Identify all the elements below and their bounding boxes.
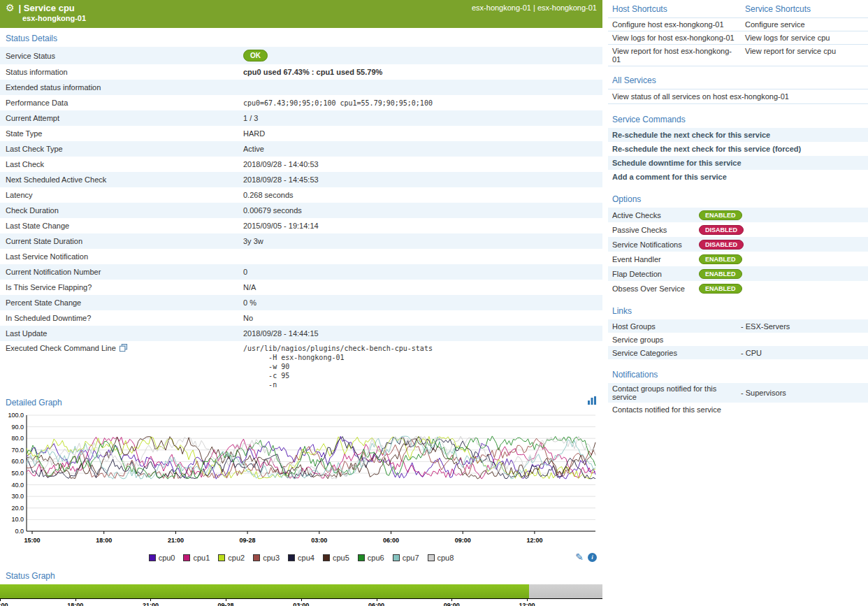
service-command-link[interactable]: Add a comment for this service [608,170,868,184]
option-row: Flap DetectionENABLED [608,266,868,281]
legend-swatch-cpu2 [218,554,225,561]
kv-label: Contacts notified for this service [612,405,741,414]
options-title: Options [608,189,868,208]
service-command-link[interactable]: Re-schedule the next check for this serv… [608,128,868,142]
status-row-value: /usr/lib/nagios/plugins/check-bench-cpu-… [238,341,602,392]
copy-icon[interactable] [120,345,128,354]
service-header: ⚙ | Service cpu esx-hongkong-01 esx-hong… [0,0,602,28]
service-command-link[interactable]: Re-schedule the next check for this serv… [608,142,868,156]
status-row-label: Executed Check Command Line [0,341,238,356]
status-axis-label: 06:00 [368,602,384,606]
service-command-link[interactable]: Schedule downtime for this service [608,156,868,170]
legend-item-cpu2: cpu2 [218,554,245,562]
notification-value[interactable]: - Supervisors [741,389,864,397]
svg-text:90.0: 90.0 [11,424,24,431]
host-shortcut-link[interactable]: View logs for host esx-hongkong-01 [608,31,741,44]
option-state-badge[interactable]: DISABLED [699,225,744,235]
service-shortcut-link[interactable]: View logs for service cpu [741,31,868,44]
status-row-value: cpu0=67.43;90;95;0;100 cpu1=55.79;90;95;… [238,96,602,110]
status-details-table: Service StatusOKStatus informationcpu0 u… [0,47,602,392]
status-row-value: cpu0 used 67.43% : cpu1 used 55.79% [238,65,602,79]
host-shortcuts-title[interactable]: Host Shortcuts [608,0,741,17]
host-subtitle-link[interactable]: esx-hongkong-01 [22,14,86,22]
legend-label: cpu5 [333,554,349,562]
status-axis-tick [527,599,528,601]
link-value[interactable]: - CPU [741,349,864,357]
kv-row: Host Groups- ESX-Servers [608,319,868,333]
option-state-badge[interactable]: ENABLED [699,210,742,220]
legend-swatch-cpu0 [149,554,156,561]
svg-text:0.0: 0.0 [15,528,24,535]
status-axis-tick [150,599,151,601]
svg-text:80.0: 80.0 [11,435,24,442]
header-host-link[interactable]: esx-hongkong-01 [472,3,531,12]
host-shortcut-link[interactable]: Configure host esx-hongkong-01 [608,18,741,31]
option-state-badge[interactable]: ENABLED [699,284,742,294]
legend-swatch-cpu7 [393,554,400,561]
service-shortcut-link[interactable]: View report for service cpu [741,45,868,66]
option-row: Event HandlerENABLED [608,252,868,266]
status-row: Current Attempt1 / 3 [0,110,602,126]
legend-item-cpu6: cpu6 [358,554,384,562]
legend-item-cpu4: cpu4 [288,554,314,562]
legend-label: cpu6 [368,554,384,562]
header-host-links: esx-hongkong-01 | esx-hongkong-01 [472,2,597,28]
status-row-label: Check Duration [0,203,238,217]
option-state-badge[interactable]: ENABLED [699,254,742,264]
service-shortcuts-title[interactable]: Service Shortcuts [741,0,868,17]
status-row-value: 0 [238,265,602,279]
header-host-link[interactable]: esx-hongkong-01 [537,3,597,12]
status-row: Last Service Notification [0,249,602,264]
kv-row: Service Categories- CPU [608,346,868,359]
service-commands-table: Re-schedule the next check for this serv… [608,128,868,184]
status-row-label: Last State Change [0,219,238,233]
status-axis-tick [0,599,1,601]
all-services-link[interactable]: View status of all services on host esx-… [608,89,868,104]
status-row-value: 2015/09/05 - 19:14:14 [238,219,602,233]
status-row-label: Current State Duration [0,234,238,248]
status-row-value: 0 % [238,296,602,310]
status-row-value: HARD [238,127,602,140]
links-title: Links [608,301,868,319]
option-label: Passive Checks [612,226,699,234]
status-row-label: Status information [0,65,238,79]
legend-label: cpu3 [263,554,280,562]
status-row-value: OK [238,47,602,64]
option-label: Flap Detection [612,270,699,278]
status-axis-label: 03:00 [293,602,309,606]
link-value[interactable]: - ESX-Servers [741,322,864,331]
service-shortcut-link[interactable]: Configure service [741,18,868,31]
legend-swatch-cpu6 [358,554,365,561]
kv-label: Host Groups [612,322,741,331]
option-row: Obsess Over ServiceENABLED [608,281,868,296]
status-row: Executed Check Command Line/usr/lib/nagi… [0,341,602,392]
svg-text:18:00: 18:00 [96,537,112,544]
status-row-value [238,85,602,90]
option-state-badge[interactable]: DISABLED [699,240,744,250]
host-shortcut-link[interactable]: View report for host esx-hongkong-01 [608,45,741,66]
status-row: Check Duration0.00679 seconds [0,203,602,218]
detailed-graph-chart: 0.010.020.030.040.050.060.070.080.090.01… [0,411,602,565]
gear-icon[interactable]: ⚙ [6,2,15,13]
status-row: State TypeHARD [0,126,602,141]
status-row-label: State Type [0,127,238,140]
status-row-value: 2018/09/28 - 14:40:53 [238,157,602,171]
sidebar: Host Shortcuts Service Shortcuts Configu… [605,0,868,606]
info-icon[interactable]: i [588,553,597,562]
shortcut-row: View logs for host esx-hongkong-01View l… [608,31,868,45]
graph-popout-icon[interactable] [587,396,597,407]
option-state-badge[interactable]: ENABLED [699,269,742,279]
status-row-label: Is This Service Flapping? [0,280,238,294]
status-row: Current State Duration3y 3w [0,233,602,249]
status-segment-no-data [529,584,602,598]
svg-text:50.0: 50.0 [11,470,24,477]
svg-text:09-28: 09-28 [240,537,256,544]
edit-graph-icon[interactable]: ✎ [575,551,584,563]
status-axis-label: 18:00 [67,602,83,606]
status-axis-label: 21:00 [143,602,159,606]
legend-item-cpu1: cpu1 [183,554,210,562]
svg-text:12:00: 12:00 [526,537,542,544]
notifications-table: Contact groups notified for this service… [608,383,868,416]
status-row: Service StatusOK [0,47,602,64]
status-row: Performance Datacpu0=67.43;90;95;0;100 c… [0,95,602,110]
